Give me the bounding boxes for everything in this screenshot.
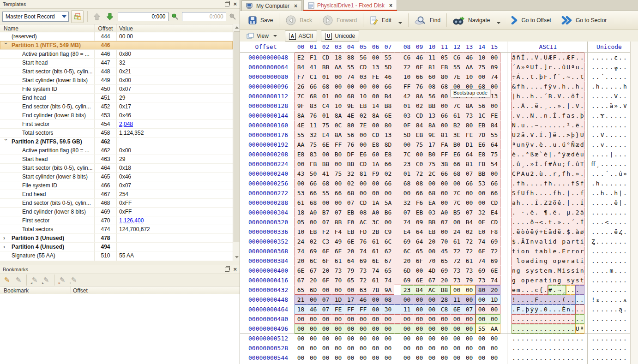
ascii-char[interactable]: | xyxy=(512,91,516,101)
ascii-char[interactable]: Í xyxy=(539,130,543,140)
ascii-char[interactable]: ë xyxy=(553,130,557,140)
ascii-char[interactable]: g xyxy=(512,275,516,285)
chevron-down-icon[interactable]: › xyxy=(2,42,10,48)
chevron-down-icon[interactable] xyxy=(398,22,402,24)
unicode-char[interactable]: . xyxy=(605,353,609,363)
ascii-char[interactable]: d xyxy=(530,256,534,266)
unicode-char[interactable]: . xyxy=(600,217,605,227)
unicode-char[interactable]: ´ xyxy=(600,72,605,82)
ascii-char[interactable]: . xyxy=(543,285,548,295)
unicode-char[interactable]: . xyxy=(605,188,609,198)
ascii-char[interactable]: t xyxy=(530,72,534,82)
ascii-char[interactable]: . xyxy=(512,208,516,217)
ascii-char[interactable]: e xyxy=(561,256,566,266)
hex-byte[interactable]: E4 xyxy=(488,208,500,217)
hex-byte[interactable]: 84 xyxy=(488,120,500,130)
hex-byte[interactable]: 6E xyxy=(332,246,344,256)
ascii-char[interactable]: t xyxy=(543,275,548,285)
ascii-char[interactable]: a xyxy=(539,237,543,246)
unicode-char[interactable]: . xyxy=(591,179,596,188)
ascii-char[interactable]: s xyxy=(571,111,575,120)
ascii-char[interactable]: . xyxy=(521,111,525,120)
ascii-char[interactable]: . xyxy=(580,62,584,72)
ascii-char[interactable]: . xyxy=(543,343,548,353)
ascii-char[interactable]: v xyxy=(530,140,534,149)
hex-byte[interactable]: 00 xyxy=(475,353,488,363)
ascii-char[interactable]: ë xyxy=(516,227,521,237)
unicode-char[interactable]: . xyxy=(618,111,623,120)
hex-byte[interactable]: 2B xyxy=(369,227,382,237)
go-to-offset-button[interactable]: Go to Offset xyxy=(506,12,556,28)
ascii-char[interactable]: B xyxy=(548,91,553,101)
hex-byte[interactable]: 69 xyxy=(357,256,369,266)
hex-byte[interactable]: 24 xyxy=(295,237,307,246)
unicode-char[interactable]: . xyxy=(600,295,605,304)
ascii-char[interactable]: s xyxy=(566,275,571,285)
hex-byte[interactable]: 00 xyxy=(369,304,382,314)
ascii-char[interactable]: # xyxy=(548,285,553,295)
chevron-right-icon[interactable]: › xyxy=(3,243,9,251)
ascii-char[interactable]: . xyxy=(534,353,539,363)
ascii-char[interactable]: P xyxy=(516,169,521,179)
hex-byte[interactable]: 72 xyxy=(357,275,369,285)
hex-byte[interactable]: EB xyxy=(307,227,319,237)
ascii-char[interactable]: , xyxy=(557,169,561,179)
ascii-char[interactable]: . xyxy=(575,72,580,82)
unicode-char[interactable]: . xyxy=(614,285,618,295)
hex-byte[interactable]: 61 xyxy=(369,275,382,285)
hex-byte[interactable]: 69 xyxy=(401,237,413,246)
hex-byte[interactable]: 7C xyxy=(295,91,307,101)
unicode-char[interactable]: . xyxy=(618,72,623,82)
ascii-char[interactable]: . xyxy=(553,343,557,353)
unicode-char[interactable]: . xyxy=(600,159,605,169)
ascii-char[interactable]: r xyxy=(553,169,557,179)
ascii-char[interactable]: p xyxy=(561,237,566,246)
hex-byte[interactable]: 6E xyxy=(369,256,382,266)
unicode-char[interactable]: . xyxy=(609,169,614,179)
ascii-char[interactable]: y xyxy=(530,266,534,275)
ascii-char[interactable]: f xyxy=(561,111,566,120)
hex-byte[interactable]: 00 xyxy=(344,324,357,334)
ascii-char[interactable]: . xyxy=(566,324,571,334)
ascii-char[interactable]: . xyxy=(553,149,557,159)
hex-byte[interactable]: 7E xyxy=(357,120,369,130)
ascii-char[interactable]: . xyxy=(553,120,557,130)
ascii-char[interactable]: ~ xyxy=(566,72,571,82)
hex-byte[interactable]: 00 xyxy=(319,198,332,208)
ascii-char[interactable]: . xyxy=(566,343,571,353)
hex-byte[interactable]: 02 xyxy=(463,227,475,237)
ascii-char[interactable]: r xyxy=(566,246,571,256)
hex-byte[interactable]: 56 xyxy=(426,91,438,101)
unicode-char[interactable]: V xyxy=(600,130,605,140)
ascii-char[interactable]: ø xyxy=(580,227,584,237)
hex-byte[interactable]: 7C xyxy=(451,101,463,111)
hex-byte[interactable]: E6 xyxy=(475,140,488,149)
hex-byte[interactable]: 00 xyxy=(295,343,307,353)
hex-byte[interactable]: 64 xyxy=(413,237,426,246)
tab-physicaldrive1[interactable]: PhysicalDrive1 - Fixed Disk × xyxy=(303,0,397,11)
ascii-char[interactable]: ² xyxy=(566,120,571,130)
hex-byte[interactable]: 00 xyxy=(307,353,319,363)
ascii-char[interactable]: . xyxy=(516,324,521,334)
ascii-char[interactable]: . xyxy=(553,62,557,72)
ascii-char[interactable]: . xyxy=(548,353,553,363)
ascii-char[interactable]: f xyxy=(580,179,584,188)
ascii-char[interactable]: . xyxy=(534,130,539,140)
template-row[interactable]: End sector (bits 0-5), cylin...4520x17 xyxy=(0,102,233,111)
unicode-char[interactable]: . xyxy=(614,304,618,314)
ascii-char[interactable]: . xyxy=(525,217,530,227)
delete-all-bookmarks-button[interactable]: ✎▫ xyxy=(69,275,79,285)
ascii-char[interactable]: . xyxy=(539,314,543,324)
hex-byte[interactable]: C1 xyxy=(307,72,319,82)
unicode-char[interactable]: . xyxy=(623,256,627,266)
ascii-char[interactable]: . xyxy=(512,334,516,343)
hex-byte[interactable]: 00 xyxy=(475,198,488,208)
hex-byte[interactable]: EA xyxy=(426,198,438,208)
unicode-char[interactable]: . xyxy=(609,314,614,324)
ascii-char[interactable]: h xyxy=(516,198,521,208)
ascii-char[interactable]: . xyxy=(553,314,557,324)
hex-byte[interactable]: B0 xyxy=(426,149,438,159)
ascii-char[interactable]: s xyxy=(571,266,575,275)
hex-byte[interactable]: CD xyxy=(357,62,369,72)
ascii-char[interactable]: . xyxy=(571,353,575,363)
